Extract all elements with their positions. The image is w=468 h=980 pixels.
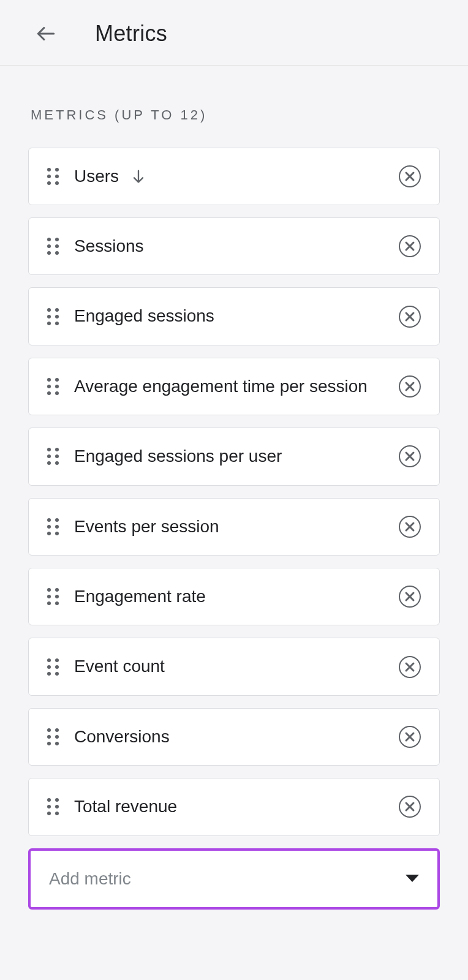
close-icon: [404, 381, 415, 392]
close-icon: [404, 591, 415, 602]
page-title: Metrics: [95, 21, 167, 47]
header: Metrics: [0, 0, 468, 66]
metric-card[interactable]: Conversions: [28, 708, 440, 766]
sort-descending-icon[interactable]: [130, 168, 147, 185]
close-icon: [404, 171, 415, 182]
add-metric-button[interactable]: Add metric: [28, 848, 440, 910]
metric-label: Events per session: [74, 516, 391, 538]
drag-handle-icon[interactable]: [47, 518, 59, 535]
metric-label: Engaged sessions per user: [74, 445, 391, 467]
drag-handle-icon[interactable]: [47, 728, 59, 745]
close-icon: [404, 241, 415, 252]
drag-handle-icon[interactable]: [47, 588, 59, 605]
metric-label: Sessions: [74, 235, 391, 257]
metric-card[interactable]: Average engagement time per session: [28, 358, 440, 415]
close-icon: [404, 731, 415, 742]
drag-handle-icon[interactable]: [47, 798, 59, 815]
drag-handle-icon[interactable]: [47, 308, 59, 325]
close-icon: [404, 662, 415, 673]
metric-card[interactable]: Engaged sessions per user: [28, 428, 440, 485]
close-icon: [404, 521, 415, 532]
metric-label: Conversions: [74, 726, 391, 748]
remove-metric-button[interactable]: [399, 656, 421, 678]
remove-metric-button[interactable]: [399, 375, 421, 398]
content: METRICS (UP TO 12) UsersSessionsEngaged …: [0, 66, 468, 910]
metrics-list: UsersSessionsEngaged sessionsAverage eng…: [28, 148, 440, 836]
remove-metric-button[interactable]: [399, 516, 421, 538]
metric-card[interactable]: Sessions: [28, 217, 440, 275]
metric-label: Average engagement time per session: [74, 375, 391, 398]
close-icon: [404, 451, 415, 462]
metric-card[interactable]: Event count: [28, 638, 440, 695]
metric-card[interactable]: Users: [28, 148, 440, 205]
arrow-left-icon: [34, 22, 58, 45]
metric-label: Engagement rate: [74, 586, 391, 608]
remove-metric-button[interactable]: [399, 306, 421, 328]
drag-handle-icon[interactable]: [47, 168, 59, 185]
metric-card[interactable]: Engagement rate: [28, 568, 440, 625]
metric-label: Engaged sessions: [74, 305, 391, 327]
metric-card[interactable]: Engaged sessions: [28, 287, 440, 345]
section-label: METRICS (UP TO 12): [31, 107, 440, 123]
drag-handle-icon[interactable]: [47, 378, 59, 395]
drag-handle-icon[interactable]: [47, 238, 59, 255]
add-metric-label: Add metric: [49, 869, 406, 889]
drag-handle-icon[interactable]: [47, 658, 59, 676]
metric-label: Total revenue: [74, 796, 391, 818]
metric-label: Users: [74, 167, 119, 186]
remove-metric-button[interactable]: [399, 165, 421, 187]
metric-label: Event count: [74, 655, 391, 677]
close-icon: [404, 311, 415, 322]
remove-metric-button[interactable]: [399, 235, 421, 257]
close-icon: [404, 801, 415, 812]
metric-card[interactable]: Total revenue: [28, 778, 440, 835]
metric-card[interactable]: Events per session: [28, 498, 440, 556]
remove-metric-button[interactable]: [399, 796, 421, 818]
dropdown-caret-icon: [406, 875, 419, 883]
back-arrow-button[interactable]: [34, 21, 58, 46]
remove-metric-button[interactable]: [399, 586, 421, 608]
drag-handle-icon[interactable]: [47, 448, 59, 465]
remove-metric-button[interactable]: [399, 726, 421, 748]
remove-metric-button[interactable]: [399, 445, 421, 467]
